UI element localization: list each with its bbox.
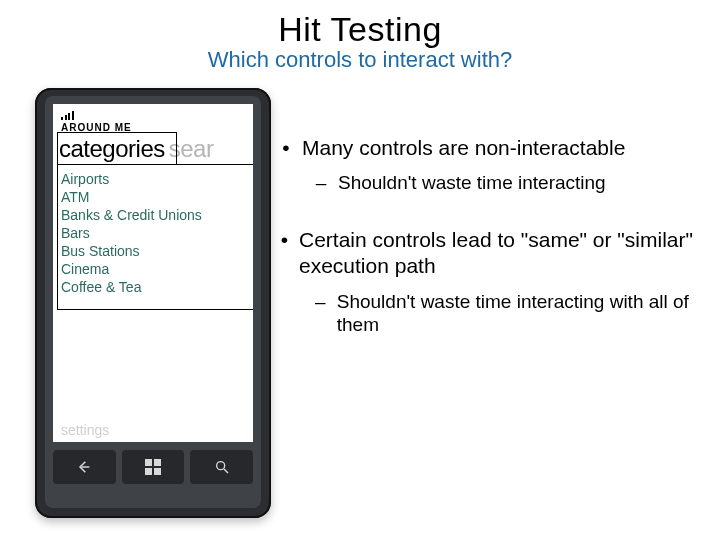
back-arrow-icon bbox=[76, 459, 92, 475]
tab-search-peek[interactable]: sear bbox=[169, 135, 214, 163]
phone-body: AROUND ME categories sear Airports ATM B… bbox=[45, 96, 261, 508]
bullet-dash-icon: – bbox=[314, 290, 327, 338]
phone-screen: AROUND ME categories sear Airports ATM B… bbox=[53, 104, 253, 442]
windows-logo-icon bbox=[145, 459, 161, 475]
bullet-level1: • Many controls are non-interactable – S… bbox=[280, 135, 700, 195]
list-item[interactable]: Bus Stations bbox=[61, 243, 245, 259]
bullet-dash-icon: – bbox=[314, 171, 328, 195]
signal-icon bbox=[61, 111, 74, 120]
bullet-text: Shouldn't waste time interacting bbox=[338, 171, 606, 195]
settings-link[interactable]: settings bbox=[61, 422, 109, 438]
list-item[interactable]: Bars bbox=[61, 225, 245, 241]
bullet-level2: – Shouldn't waste time interacting bbox=[314, 171, 700, 195]
list-item[interactable]: Airports bbox=[61, 171, 245, 187]
category-list: Airports ATM Banks & Credit Unions Bars … bbox=[53, 167, 253, 295]
bullet-level1: • Certain controls lead to "same" or "si… bbox=[280, 227, 700, 337]
bullet-level2: – Shouldn't waste time interacting with … bbox=[314, 290, 700, 338]
bullet-text: Many controls are non-interactable bbox=[302, 135, 625, 161]
list-item[interactable]: Coffee & Tea bbox=[61, 279, 245, 295]
slide-body: • Many controls are non-interactable – S… bbox=[280, 135, 700, 369]
tab-categories[interactable]: categories bbox=[59, 135, 165, 163]
search-button[interactable] bbox=[190, 450, 253, 484]
phone-frame: AROUND ME categories sear Airports ATM B… bbox=[35, 88, 271, 518]
bullet-dot-icon: • bbox=[280, 135, 292, 161]
search-icon bbox=[214, 459, 230, 475]
app-title: AROUND ME bbox=[53, 116, 253, 133]
slide-title: Hit Testing bbox=[0, 10, 720, 49]
back-button[interactable] bbox=[53, 450, 116, 484]
bullet-dot-icon: • bbox=[280, 227, 289, 280]
pivot-tabs: categories sear bbox=[53, 133, 253, 167]
status-bar bbox=[53, 104, 253, 116]
list-item[interactable]: Banks & Credit Unions bbox=[61, 207, 245, 223]
bullet-text: Shouldn't waste time interacting with al… bbox=[337, 290, 700, 338]
list-item[interactable]: ATM bbox=[61, 189, 245, 205]
slide-subtitle: Which controls to interact with? bbox=[0, 47, 720, 73]
svg-point-0 bbox=[216, 462, 224, 470]
home-button[interactable] bbox=[122, 450, 185, 484]
list-item[interactable]: Cinema bbox=[61, 261, 245, 277]
hardware-buttons bbox=[53, 450, 253, 484]
bullet-text: Certain controls lead to "same" or "simi… bbox=[299, 227, 700, 280]
